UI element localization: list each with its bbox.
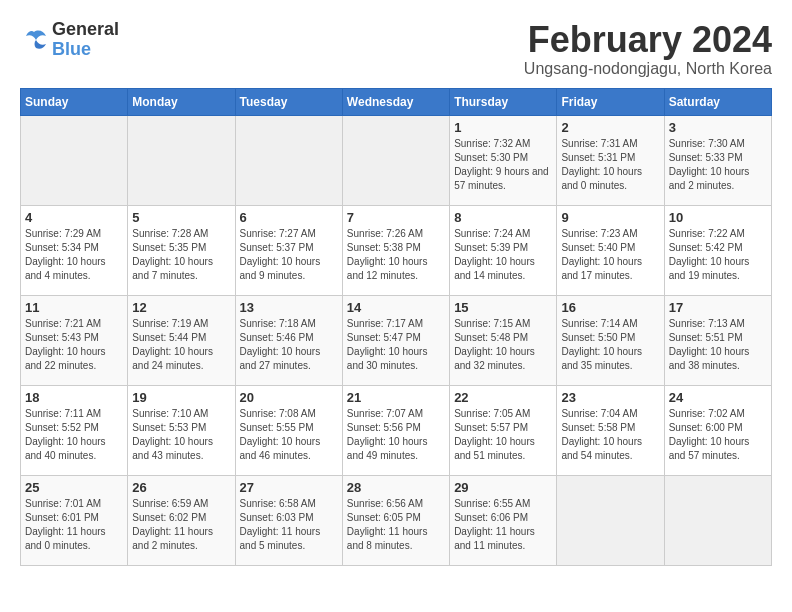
day-header-monday: Monday [128, 88, 235, 115]
day-info: Sunrise: 7:02 AM Sunset: 6:00 PM Dayligh… [669, 407, 767, 463]
calendar-cell [128, 115, 235, 205]
day-info: Sunrise: 7:10 AM Sunset: 5:53 PM Dayligh… [132, 407, 230, 463]
day-info: Sunrise: 7:18 AM Sunset: 5:46 PM Dayligh… [240, 317, 338, 373]
calendar-cell: 4Sunrise: 7:29 AM Sunset: 5:34 PM Daylig… [21, 205, 128, 295]
calendar-cell: 15Sunrise: 7:15 AM Sunset: 5:48 PM Dayli… [450, 295, 557, 385]
calendar-table: SundayMondayTuesdayWednesdayThursdayFrid… [20, 88, 772, 566]
day-info: Sunrise: 7:15 AM Sunset: 5:48 PM Dayligh… [454, 317, 552, 373]
day-info: Sunrise: 7:19 AM Sunset: 5:44 PM Dayligh… [132, 317, 230, 373]
day-number: 15 [454, 300, 552, 315]
calendar-cell: 5Sunrise: 7:28 AM Sunset: 5:35 PM Daylig… [128, 205, 235, 295]
day-info: Sunrise: 7:14 AM Sunset: 5:50 PM Dayligh… [561, 317, 659, 373]
calendar-cell: 16Sunrise: 7:14 AM Sunset: 5:50 PM Dayli… [557, 295, 664, 385]
day-number: 9 [561, 210, 659, 225]
day-number: 22 [454, 390, 552, 405]
day-info: Sunrise: 7:28 AM Sunset: 5:35 PM Dayligh… [132, 227, 230, 283]
week-row-5: 25Sunrise: 7:01 AM Sunset: 6:01 PM Dayli… [21, 475, 772, 565]
day-info: Sunrise: 7:32 AM Sunset: 5:30 PM Dayligh… [454, 137, 552, 193]
day-number: 28 [347, 480, 445, 495]
day-info: Sunrise: 7:26 AM Sunset: 5:38 PM Dayligh… [347, 227, 445, 283]
day-number: 3 [669, 120, 767, 135]
calendar-cell [664, 475, 771, 565]
day-info: Sunrise: 7:11 AM Sunset: 5:52 PM Dayligh… [25, 407, 123, 463]
day-info: Sunrise: 7:08 AM Sunset: 5:55 PM Dayligh… [240, 407, 338, 463]
logo-bird-icon [20, 28, 48, 52]
day-number: 10 [669, 210, 767, 225]
day-info: Sunrise: 7:21 AM Sunset: 5:43 PM Dayligh… [25, 317, 123, 373]
calendar-cell: 18Sunrise: 7:11 AM Sunset: 5:52 PM Dayli… [21, 385, 128, 475]
day-number: 2 [561, 120, 659, 135]
day-header-saturday: Saturday [664, 88, 771, 115]
day-header-thursday: Thursday [450, 88, 557, 115]
day-number: 1 [454, 120, 552, 135]
day-info: Sunrise: 6:55 AM Sunset: 6:06 PM Dayligh… [454, 497, 552, 553]
day-number: 26 [132, 480, 230, 495]
title-area: February 2024 Ungsang-nodongjagu, North … [524, 20, 772, 78]
calendar-cell: 1Sunrise: 7:32 AM Sunset: 5:30 PM Daylig… [450, 115, 557, 205]
week-row-4: 18Sunrise: 7:11 AM Sunset: 5:52 PM Dayli… [21, 385, 772, 475]
day-header-tuesday: Tuesday [235, 88, 342, 115]
day-info: Sunrise: 7:23 AM Sunset: 5:40 PM Dayligh… [561, 227, 659, 283]
day-number: 11 [25, 300, 123, 315]
calendar-cell: 20Sunrise: 7:08 AM Sunset: 5:55 PM Dayli… [235, 385, 342, 475]
day-info: Sunrise: 7:24 AM Sunset: 5:39 PM Dayligh… [454, 227, 552, 283]
day-number: 13 [240, 300, 338, 315]
calendar-cell: 27Sunrise: 6:58 AM Sunset: 6:03 PM Dayli… [235, 475, 342, 565]
day-number: 6 [240, 210, 338, 225]
day-number: 14 [347, 300, 445, 315]
calendar-subtitle: Ungsang-nodongjagu, North Korea [524, 60, 772, 78]
day-info: Sunrise: 6:58 AM Sunset: 6:03 PM Dayligh… [240, 497, 338, 553]
calendar-cell: 22Sunrise: 7:05 AM Sunset: 5:57 PM Dayli… [450, 385, 557, 475]
calendar-cell [235, 115, 342, 205]
calendar-cell: 9Sunrise: 7:23 AM Sunset: 5:40 PM Daylig… [557, 205, 664, 295]
calendar-cell: 12Sunrise: 7:19 AM Sunset: 5:44 PM Dayli… [128, 295, 235, 385]
day-info: Sunrise: 7:05 AM Sunset: 5:57 PM Dayligh… [454, 407, 552, 463]
day-number: 20 [240, 390, 338, 405]
day-number: 23 [561, 390, 659, 405]
calendar-cell: 17Sunrise: 7:13 AM Sunset: 5:51 PM Dayli… [664, 295, 771, 385]
calendar-cell: 26Sunrise: 6:59 AM Sunset: 6:02 PM Dayli… [128, 475, 235, 565]
day-number: 4 [25, 210, 123, 225]
day-header-sunday: Sunday [21, 88, 128, 115]
calendar-cell [21, 115, 128, 205]
day-info: Sunrise: 7:30 AM Sunset: 5:33 PM Dayligh… [669, 137, 767, 193]
week-row-2: 4Sunrise: 7:29 AM Sunset: 5:34 PM Daylig… [21, 205, 772, 295]
calendar-cell: 23Sunrise: 7:04 AM Sunset: 5:58 PM Dayli… [557, 385, 664, 475]
day-header-wednesday: Wednesday [342, 88, 449, 115]
day-info: Sunrise: 7:29 AM Sunset: 5:34 PM Dayligh… [25, 227, 123, 283]
day-number: 27 [240, 480, 338, 495]
day-header-friday: Friday [557, 88, 664, 115]
day-number: 18 [25, 390, 123, 405]
day-number: 29 [454, 480, 552, 495]
calendar-cell: 10Sunrise: 7:22 AM Sunset: 5:42 PM Dayli… [664, 205, 771, 295]
calendar-cell: 14Sunrise: 7:17 AM Sunset: 5:47 PM Dayli… [342, 295, 449, 385]
day-info: Sunrise: 7:31 AM Sunset: 5:31 PM Dayligh… [561, 137, 659, 193]
day-info: Sunrise: 7:01 AM Sunset: 6:01 PM Dayligh… [25, 497, 123, 553]
day-info: Sunrise: 7:27 AM Sunset: 5:37 PM Dayligh… [240, 227, 338, 283]
day-number: 24 [669, 390, 767, 405]
calendar-cell: 29Sunrise: 6:55 AM Sunset: 6:06 PM Dayli… [450, 475, 557, 565]
calendar-cell [342, 115, 449, 205]
day-number: 8 [454, 210, 552, 225]
calendar-cell: 28Sunrise: 6:56 AM Sunset: 6:05 PM Dayli… [342, 475, 449, 565]
calendar-cell [557, 475, 664, 565]
calendar-cell: 21Sunrise: 7:07 AM Sunset: 5:56 PM Dayli… [342, 385, 449, 475]
calendar-title: February 2024 [524, 20, 772, 60]
day-info: Sunrise: 7:17 AM Sunset: 5:47 PM Dayligh… [347, 317, 445, 373]
calendar-cell: 6Sunrise: 7:27 AM Sunset: 5:37 PM Daylig… [235, 205, 342, 295]
logo-text: General Blue [52, 20, 119, 60]
day-number: 12 [132, 300, 230, 315]
week-row-1: 1Sunrise: 7:32 AM Sunset: 5:30 PM Daylig… [21, 115, 772, 205]
calendar-cell: 7Sunrise: 7:26 AM Sunset: 5:38 PM Daylig… [342, 205, 449, 295]
day-info: Sunrise: 7:22 AM Sunset: 5:42 PM Dayligh… [669, 227, 767, 283]
day-info: Sunrise: 7:13 AM Sunset: 5:51 PM Dayligh… [669, 317, 767, 373]
day-number: 7 [347, 210, 445, 225]
calendar-cell: 3Sunrise: 7:30 AM Sunset: 5:33 PM Daylig… [664, 115, 771, 205]
calendar-cell: 2Sunrise: 7:31 AM Sunset: 5:31 PM Daylig… [557, 115, 664, 205]
calendar-cell: 24Sunrise: 7:02 AM Sunset: 6:00 PM Dayli… [664, 385, 771, 475]
day-info: Sunrise: 7:07 AM Sunset: 5:56 PM Dayligh… [347, 407, 445, 463]
day-info: Sunrise: 6:59 AM Sunset: 6:02 PM Dayligh… [132, 497, 230, 553]
calendar-cell: 8Sunrise: 7:24 AM Sunset: 5:39 PM Daylig… [450, 205, 557, 295]
day-info: Sunrise: 6:56 AM Sunset: 6:05 PM Dayligh… [347, 497, 445, 553]
week-row-3: 11Sunrise: 7:21 AM Sunset: 5:43 PM Dayli… [21, 295, 772, 385]
